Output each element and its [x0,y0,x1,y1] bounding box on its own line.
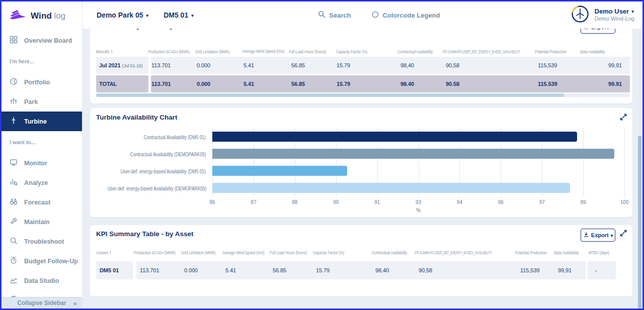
user-menu[interactable]: Demo User▾ Demo Wind-Log [571,2,634,29]
cell-value: 98.40 [400,81,414,87]
cell-value: 56.85 [273,267,286,273]
sidebar-item-portfolio[interactable]: Portfolio [2,72,82,92]
sidebar-section-want: I want to... [2,139,82,147]
column-header: Grid Limitation (MWh) [195,49,229,54]
row-label: TOTAL [99,81,117,87]
park-selector-dropdown[interactable]: Demo Park 05 ▾ [97,11,148,19]
cell-value: 15.79 [337,81,350,87]
x-tick-label: 100 [620,199,629,205]
sidebar: Windlog Overview Board I'm here... Portf… [2,2,83,308]
column-header: Full Load Hours (hours) [270,250,307,255]
bar-category-label: User-def. energy-based Availability (DM5… [90,162,206,179]
turbine-selector-dropdown[interactable]: DM5 01 ▾ [164,11,194,19]
sidebar-item-label: Data Studio [24,277,59,284]
download-icon [583,29,589,31]
cell-value: 5.41 [244,81,254,87]
sidebar-item-budget-follow-up[interactable]: Budget Follow-Up [2,251,82,271]
sidebar-item-label: Portfolio [24,79,50,86]
cell-value: 98,40 [375,267,389,273]
mtbv-value: - [595,267,597,273]
cell-value: 0.000 [197,81,210,87]
cell-value: 99.91 [608,81,622,87]
column-header: Data Availability [580,49,605,54]
column-header: Contractual Availability [397,49,433,54]
colorcode-legend-button[interactable]: Colorcode Legend [372,11,440,20]
chart-x-axis-label: % [212,208,624,213]
cell-value: 115,539 [538,62,557,68]
main-content: KPI Summary Table - by Month Export ▾ Mo… [83,29,642,308]
cell-value: 98,40 [400,62,414,68]
sidebar-item-maintain[interactable]: Maintain [2,212,82,232]
collapse-chevrons-icon: « [73,299,77,307]
cell-value: 15.79 [337,62,350,68]
bar-category-label-text: Contractual Availability (DEMOPARK05) [130,146,206,163]
column-header-sort[interactable]: Month↑ [96,49,113,54]
sidebar-item-overview-board[interactable]: Overview Board [2,31,82,50]
horizontal-scrollbar-thumb[interactable] [96,93,564,97]
collapse-sidebar-button[interactable]: Collapse Sidebar « [2,297,82,308]
user-name[interactable]: Demo User▾ [595,8,634,15]
user-subtitle: Demo Wind-Log [595,15,634,23]
column-header: KPI.SUMMARY.USER_DEF_ENERGY_BASED_AVAILA… [415,250,492,255]
magnifier-icon [10,237,18,246]
sidebar-item-monitor[interactable]: Monitor [2,153,82,173]
row-strip [151,57,630,74]
column-header: Potential Production [515,250,547,255]
topbar: Demo Park 05 ▾ DM5 01 ▾ Search Colorcode… [83,2,642,29]
gridline [624,128,625,197]
app-logo[interactable]: Windlog [2,2,82,31]
x-tick-label: 91 [374,199,380,205]
cell-value: 113.701 [151,62,171,68]
x-tick-label: 90 [333,199,339,205]
export-button[interactable]: Export ▾ [581,229,615,242]
sidebar-item-park[interactable]: Park [2,92,82,112]
monitor-icon [10,158,18,168]
sidebar-item-analyze[interactable]: Analyze [2,173,82,192]
x-tick-label: 93 [416,199,421,205]
vertical-scrollbar-thumb[interactable] [638,136,641,308]
expand-icon[interactable] [619,113,627,121]
column-header-sort[interactable]: Asset↑ [96,250,112,255]
cell-value: 56.85 [291,62,305,68]
bar-category-label: User-def. energy-based Availability (DEM… [90,179,206,196]
x-tick-label: 86 [209,199,215,205]
cell-value: 99,91 [558,267,572,273]
search-label: Search [329,12,351,19]
sidebar-item-label: Turbine [24,118,47,125]
export-button[interactable]: Export ▾ [581,29,615,34]
x-tick-label: 88 [292,199,297,205]
column-header: Production SCADA (MWh) [148,49,190,54]
export-label: Export [591,29,609,30]
search-button[interactable]: Search [318,11,351,20]
chart-x-axis: 86878890919394969799100 [212,199,624,206]
cell-value: 0.000 [197,62,210,68]
table-row: Jul 2021 (Jul 01-15)113.7010.0005.4156.8… [90,57,632,74]
cell-value: 90,58 [446,62,459,68]
user-info: Demo User▾ Demo Wind-Log [595,8,634,23]
grid-icon [10,36,18,45]
column-header: KPI.SUMMARY.USER_DEF_ENERGY_BASED_AVAILA… [443,49,520,54]
sidebar-item-data-studio[interactable]: Data Studio [2,271,82,290]
bar-category-label-text: User-def. energy-based Availability (DM5… [121,163,206,180]
sidebar-item-turbine[interactable]: Turbine [2,112,82,131]
cell-value: 90,58 [419,267,432,273]
row-label: Jul 2021 (Jul 01-15) [99,62,142,68]
context-selectors: Demo Park 05 ▾ DM5 01 ▾ [97,2,194,29]
row-strip [136,261,586,279]
x-tick-label: 99 [581,199,586,205]
search-icon [318,11,326,20]
kpi-summary-month-card: KPI Summary Table - by Month Export ▾ Mo… [90,29,632,104]
chevron-down-icon: ▾ [191,13,194,18]
availability-bar [212,183,570,193]
expand-icon[interactable] [619,229,627,237]
availability-bar [212,132,577,142]
cell-value: 115,539 [520,267,539,273]
bar-category-label: Contractual Availability (DM5 01) [90,128,206,145]
month-card-title: KPI Summary Table - by Month [96,29,196,30]
row-label: DM5 01 [100,267,119,273]
sidebar-item-forecast[interactable]: Forecast [2,192,82,212]
column-header: MTBV (days) [589,250,609,255]
column-header: Average Wind Speed (m/s) [222,250,264,255]
sidebar-item-troubleshoot[interactable]: Troubleshoot [2,232,82,251]
x-tick-label: 97 [539,199,545,205]
